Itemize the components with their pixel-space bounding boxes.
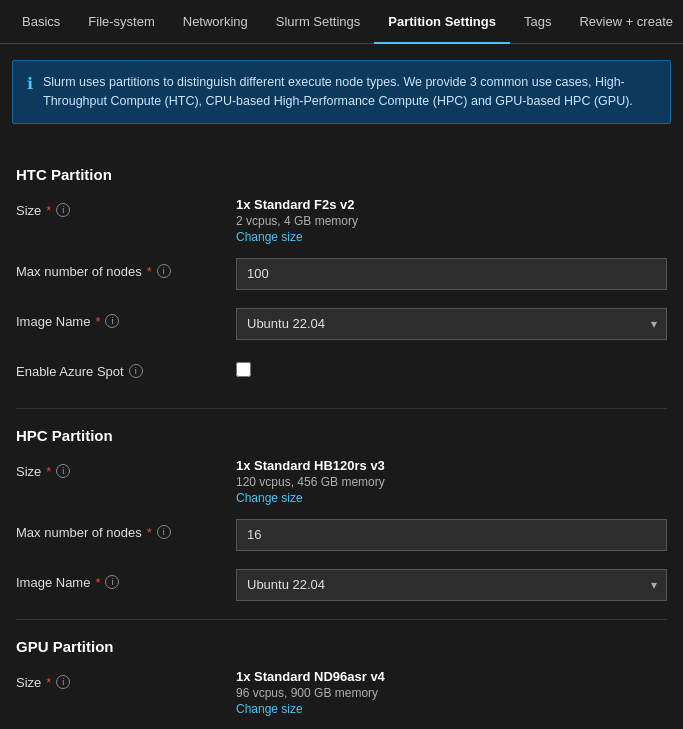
hpc-image-info-icon[interactable]: i (105, 575, 119, 589)
htc-section-header: HTC Partition (16, 166, 667, 183)
hpc-size-name: 1x Standard HB120rs v3 (236, 458, 667, 473)
tab-basics[interactable]: Basics (8, 0, 74, 44)
hpc-size-row: Size * i 1x Standard HB120rs v3 120 vcpu… (16, 458, 667, 505)
tab-networking[interactable]: Networking (169, 0, 262, 44)
hpc-image-select[interactable]: Ubuntu 22.04 (236, 569, 667, 601)
hpc-image-row: Image Name * i Ubuntu 22.04 ▾ (16, 569, 667, 605)
htc-size-info-icon[interactable]: i (56, 203, 70, 217)
htc-size-value: 1x Standard F2s v2 2 vcpus, 4 GB memory … (236, 197, 667, 244)
info-banner: ℹ Slurm uses partitions to distinguish d… (12, 60, 671, 124)
htc-azure-spot-label: Enable Azure Spot i (16, 358, 236, 379)
hpc-gpu-divider (16, 619, 667, 620)
hpc-max-nodes-value (236, 519, 667, 551)
htc-image-value: Ubuntu 22.04 ▾ (236, 308, 667, 340)
htc-max-nodes-value (236, 258, 667, 290)
tab-filesystem[interactable]: File-system (74, 0, 168, 44)
tab-review[interactable]: Review + create (565, 0, 683, 44)
hpc-size-required: * (46, 464, 51, 479)
htc-azure-spot-info-icon[interactable]: i (129, 364, 143, 378)
htc-size-label: Size * i (16, 197, 236, 218)
hpc-image-value: Ubuntu 22.04 ▾ (236, 569, 667, 601)
htc-image-required: * (95, 314, 100, 329)
gpu-size-specs: 96 vcpus, 900 GB memory (236, 686, 667, 700)
htc-image-info-icon[interactable]: i (105, 314, 119, 328)
tab-partition[interactable]: Partition Settings (374, 0, 510, 44)
htc-image-select-wrapper: Ubuntu 22.04 ▾ (236, 308, 667, 340)
htc-max-nodes-label: Max number of nodes * i (16, 258, 236, 279)
hpc-image-label: Image Name * i (16, 569, 236, 590)
info-icon: ℹ (27, 74, 33, 93)
nav-tabs: Basics File-system Networking Slurm Sett… (0, 0, 683, 44)
htc-max-nodes-input[interactable] (236, 258, 667, 290)
htc-max-nodes-info-icon[interactable]: i (157, 264, 171, 278)
htc-azure-spot-checkbox[interactable] (236, 362, 251, 377)
gpu-size-required: * (46, 675, 51, 690)
gpu-size-info-icon[interactable]: i (56, 675, 70, 689)
htc-size-specs: 2 vcpus, 4 GB memory (236, 214, 667, 228)
tab-slurm[interactable]: Slurm Settings (262, 0, 375, 44)
hpc-change-size-link[interactable]: Change size (236, 491, 667, 505)
gpu-size-value: 1x Standard ND96asr v4 96 vcpus, 900 GB … (236, 669, 667, 716)
hpc-max-nodes-required: * (147, 525, 152, 540)
htc-size-required: * (46, 203, 51, 218)
gpu-section-header: GPU Partition (16, 638, 667, 655)
hpc-size-info-icon[interactable]: i (56, 464, 70, 478)
htc-image-select[interactable]: Ubuntu 22.04 (236, 308, 667, 340)
hpc-image-required: * (95, 575, 100, 590)
hpc-size-label: Size * i (16, 458, 236, 479)
hpc-max-nodes-row: Max number of nodes * i (16, 519, 667, 555)
hpc-image-select-wrapper: Ubuntu 22.04 ▾ (236, 569, 667, 601)
htc-max-nodes-required: * (147, 264, 152, 279)
gpu-size-row: Size * i 1x Standard ND96asr v4 96 vcpus… (16, 669, 667, 716)
htc-size-row: Size * i 1x Standard F2s v2 2 vcpus, 4 G… (16, 197, 667, 244)
tab-tags[interactable]: Tags (510, 0, 565, 44)
banner-text: Slurm uses partitions to distinguish dif… (43, 73, 656, 111)
hpc-max-nodes-input[interactable] (236, 519, 667, 551)
htc-max-nodes-row: Max number of nodes * i (16, 258, 667, 294)
hpc-size-specs: 120 vcpus, 456 GB memory (236, 475, 667, 489)
htc-image-row: Image Name * i Ubuntu 22.04 ▾ (16, 308, 667, 344)
hpc-max-nodes-info-icon[interactable]: i (157, 525, 171, 539)
hpc-max-nodes-label: Max number of nodes * i (16, 519, 236, 540)
hpc-section-header: HPC Partition (16, 427, 667, 444)
gpu-size-name: 1x Standard ND96asr v4 (236, 669, 667, 684)
hpc-size-value: 1x Standard HB120rs v3 120 vcpus, 456 GB… (236, 458, 667, 505)
gpu-change-size-link[interactable]: Change size (236, 702, 667, 716)
main-content: HTC Partition Size * i 1x Standard F2s v… (0, 140, 683, 730)
htc-azure-spot-row: Enable Azure Spot i (16, 358, 667, 394)
htc-azure-spot-value (236, 358, 667, 377)
htc-hpc-divider (16, 408, 667, 409)
htc-size-name: 1x Standard F2s v2 (236, 197, 667, 212)
htc-image-label: Image Name * i (16, 308, 236, 329)
gpu-size-label: Size * i (16, 669, 236, 690)
htc-change-size-link[interactable]: Change size (236, 230, 667, 244)
